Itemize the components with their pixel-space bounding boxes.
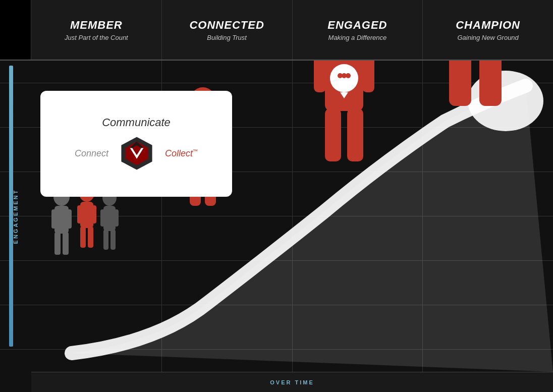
champion-title: CHAMPION (456, 19, 520, 32)
engagement-axis: ENGAGEMENT (0, 61, 31, 372)
svg-rect-12 (80, 227, 86, 248)
svg-rect-19 (110, 230, 116, 250)
time-axis: OVER TIME (31, 372, 553, 392)
svg-rect-8 (51, 209, 57, 229)
connected-subtitle: Building Trust (207, 34, 247, 41)
svg-rect-15 (92, 205, 96, 223)
header-spacer (0, 0, 31, 60)
header-col-champion: CHAMPION Gaining New Ground (423, 0, 553, 60)
svg-rect-44 (479, 61, 502, 106)
champion-subtitle: Gaining New Ground (457, 34, 518, 41)
svg-rect-31 (325, 108, 341, 161)
svg-rect-34 (362, 61, 374, 92)
svg-rect-33 (314, 61, 326, 92)
connect-label: Connect (75, 148, 108, 159)
svg-rect-18 (103, 230, 108, 250)
header-col-engaged: ENGAGED Making a Difference (293, 0, 423, 60)
svg-point-38 (342, 73, 347, 78)
info-row: Connect Collect™ (75, 135, 198, 172)
engaged-title: ENGAGED (327, 19, 387, 32)
svg-rect-43 (449, 61, 471, 106)
svg-rect-11 (80, 202, 93, 228)
svg-rect-17 (103, 206, 116, 231)
engagement-label: ENGAGEMENT (13, 189, 19, 244)
svg-rect-20 (100, 209, 105, 227)
svg-rect-14 (77, 205, 82, 223)
connected-title: CONNECTED (189, 19, 264, 32)
svg-point-40 (468, 71, 543, 131)
silhouette-gray-2 (100, 190, 119, 250)
svg-rect-32 (347, 108, 363, 161)
time-label: OVER TIME (270, 379, 314, 385)
silhouette-engaged (314, 61, 374, 161)
svg-rect-13 (88, 227, 93, 248)
info-box: Communicate Connect Collect™ (40, 91, 232, 197)
header-col-member: MEMBER Just Part of the Count (31, 0, 162, 60)
main-area: ENGAGEMENT OVER TIME Communicate Connect… (0, 61, 553, 392)
member-title: MEMBER (70, 19, 123, 32)
svg-rect-5 (54, 206, 69, 234)
svg-rect-7 (63, 232, 69, 255)
collect-label: Collect™ (165, 148, 198, 159)
silhouette-gray-1 (51, 188, 72, 255)
header-col-connected: CONNECTED Building Trust (162, 0, 293, 60)
svg-rect-21 (114, 209, 119, 227)
svg-rect-9 (67, 209, 72, 229)
header: MEMBER Just Part of the Count CONNECTED … (0, 0, 553, 61)
communicate-label: Communicate (102, 116, 171, 129)
hex-logo-icon (119, 135, 155, 172)
svg-rect-6 (54, 232, 61, 255)
member-subtitle: Just Part of the Count (65, 34, 128, 41)
engaged-subtitle: Making a Difference (328, 34, 387, 41)
